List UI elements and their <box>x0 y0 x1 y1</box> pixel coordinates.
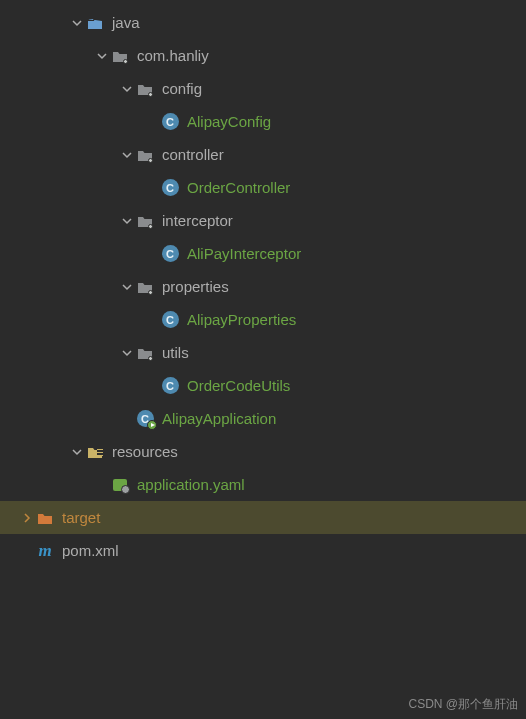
tree-label: pom.xml <box>62 542 119 559</box>
class-icon: C <box>161 377 179 395</box>
folder-icon <box>86 14 104 32</box>
maven-icon: m <box>36 542 54 560</box>
tree-label: controller <box>162 146 224 163</box>
tree-label: utils <box>162 344 189 361</box>
tree-label: AlipayApplication <box>162 410 276 427</box>
package-icon <box>111 47 129 65</box>
tree-label: AlipayProperties <box>187 311 296 328</box>
chevron-down-icon <box>120 216 134 226</box>
class-icon: C <box>161 311 179 329</box>
tree-row-package[interactable]: utils <box>0 336 526 369</box>
tree-label: OrderCodeUtils <box>187 377 290 394</box>
tree-row-class[interactable]: C OrderCodeUtils <box>0 369 526 402</box>
tree-row-package[interactable]: interceptor <box>0 204 526 237</box>
chevron-down-icon <box>120 282 134 292</box>
class-run-icon: C <box>136 410 154 428</box>
project-tree: java com.hanliy config C AlipayConfig co… <box>0 0 526 567</box>
tree-row-pom[interactable]: m pom.xml <box>0 534 526 567</box>
watermark: CSDN @那个鱼肝油 <box>408 696 518 713</box>
chevron-down-icon <box>70 447 84 457</box>
package-icon <box>136 278 154 296</box>
folder-icon <box>36 509 54 527</box>
tree-row-class[interactable]: C AlipayProperties <box>0 303 526 336</box>
tree-row-java[interactable]: java <box>0 6 526 39</box>
tree-row-resources[interactable]: resources <box>0 435 526 468</box>
class-icon: C <box>161 245 179 263</box>
tree-label: OrderController <box>187 179 290 196</box>
package-icon <box>136 80 154 98</box>
tree-label: interceptor <box>162 212 233 229</box>
yaml-icon <box>111 476 129 494</box>
chevron-down-icon <box>95 51 109 61</box>
tree-row-package[interactable]: controller <box>0 138 526 171</box>
chevron-down-icon <box>70 18 84 28</box>
chevron-down-icon <box>120 84 134 94</box>
tree-label: AliPayInterceptor <box>187 245 301 262</box>
tree-row-class[interactable]: C OrderController <box>0 171 526 204</box>
package-icon <box>136 146 154 164</box>
chevron-down-icon <box>120 150 134 160</box>
tree-row-class[interactable]: C AliPayInterceptor <box>0 237 526 270</box>
resources-folder-icon <box>86 443 104 461</box>
tree-label: AlipayConfig <box>187 113 271 130</box>
tree-label: properties <box>162 278 229 295</box>
tree-label: application.yaml <box>137 476 245 493</box>
tree-row-package[interactable]: config <box>0 72 526 105</box>
tree-label: target <box>62 509 100 526</box>
tree-row-package[interactable]: com.hanliy <box>0 39 526 72</box>
chevron-down-icon <box>120 348 134 358</box>
tree-label: config <box>162 80 202 97</box>
package-icon <box>136 344 154 362</box>
chevron-right-icon <box>20 513 34 523</box>
tree-row-target[interactable]: target <box>0 501 526 534</box>
class-icon: C <box>161 113 179 131</box>
tree-label: com.hanliy <box>137 47 209 64</box>
tree-row-class[interactable]: C AlipayConfig <box>0 105 526 138</box>
tree-row-yaml[interactable]: application.yaml <box>0 468 526 501</box>
tree-label: resources <box>112 443 178 460</box>
class-icon: C <box>161 179 179 197</box>
tree-row-package[interactable]: properties <box>0 270 526 303</box>
tree-row-application-class[interactable]: C AlipayApplication <box>0 402 526 435</box>
package-icon <box>136 212 154 230</box>
tree-label: java <box>112 14 140 31</box>
